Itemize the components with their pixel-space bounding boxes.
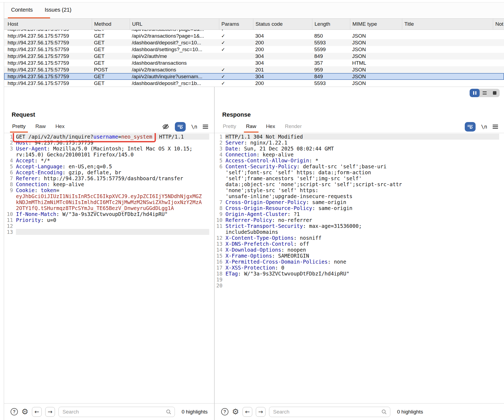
column-header[interactable]: Method xyxy=(92,19,130,29)
request-highlights-count: 0 highlights xyxy=(182,409,208,415)
editor-tab-hex[interactable]: Hex xyxy=(266,123,275,133)
request-search-input[interactable] xyxy=(58,407,175,417)
table-row[interactable]: http://94.237.56.175:57759GET/dashboard/… xyxy=(4,60,504,66)
line-number xyxy=(215,181,225,187)
code-line-text xyxy=(16,229,209,235)
column-header[interactable]: URL xyxy=(130,19,219,29)
column-header[interactable]: Not xyxy=(493,19,504,29)
code-line-text xyxy=(225,283,499,288)
column-header[interactable]: Status code xyxy=(253,19,312,29)
column-header[interactable]: Title xyxy=(402,19,493,29)
request-toolbar-icons: \n xyxy=(162,122,208,132)
code-line: 8Connection: keep-alive xyxy=(4,181,214,187)
split-view-button[interactable] xyxy=(480,89,490,97)
code-line: 2Server: nginx/1.22.1 xyxy=(215,140,504,146)
response-editor[interactable]: 1HTTP/1.1 304 Not Modified2Server: nginx… xyxy=(215,133,504,403)
host-cell: http://94.237.56.175:57759 xyxy=(4,80,92,87)
line-number: 4 xyxy=(215,152,225,158)
line-number: 11 xyxy=(4,217,16,223)
table-row-selected[interactable]: http://94.237.56.175:57759GET/api/v2/aut… xyxy=(4,73,504,80)
note-cell xyxy=(493,73,504,80)
column-header[interactable]: Params xyxy=(219,19,253,29)
table-row[interactable]: http://94.237.56.175:57759GET/api/v2/tra… xyxy=(4,30,504,32)
request-editor[interactable]: 1GET /api/v2/auth/inquire?username=neo_s… xyxy=(4,133,214,403)
code-line-text: Strict-Transport-Security: max-age=31536… xyxy=(225,223,499,229)
code-line: 5Access-Control-Allow-Origin: * xyxy=(215,158,504,163)
code-line: 9Cookie: token= xyxy=(4,187,214,193)
line-number: 1 xyxy=(215,134,225,140)
code-line-text: 'unsafe-inline';upgrade-insecure-request… xyxy=(225,193,499,199)
request-footer: ? ⚙ ← → 0 highlights xyxy=(4,403,214,420)
host-cell: http://94.237.56.175:57759 xyxy=(4,39,92,46)
code-line-text: Origin-Agent-Cluster: ?1 xyxy=(225,211,499,217)
mime-cell: JSON xyxy=(350,32,402,39)
code-line-text: 'self';font-src 'self' https: data:;form… xyxy=(225,169,499,175)
length-cell: 959 xyxy=(312,66,350,73)
line-number: 9 xyxy=(215,211,225,217)
clipped-table-row[interactable]: http://94.237.56.175:57759GET/api/v2/tra… xyxy=(4,30,504,32)
layout-segmented-control xyxy=(470,89,500,97)
help-icon[interactable]: ? xyxy=(221,408,228,415)
line-number xyxy=(4,152,16,158)
note-cell xyxy=(493,60,504,66)
editor-tab-pretty[interactable]: Pretty xyxy=(223,123,236,133)
search-prev-button[interactable]: ← xyxy=(243,407,252,417)
pause-updates-button[interactable] xyxy=(470,89,480,97)
line-number xyxy=(4,199,16,205)
code-line-text: rv:145.0) Gecko/20100101 Firefox/145.0 xyxy=(16,152,209,158)
column-header[interactable]: Host xyxy=(4,19,92,29)
url-cell: /api/v2/auth/me xyxy=(130,53,219,60)
code-line: 7Cross-Origin-Opener-Policy: same-origin xyxy=(215,199,504,205)
code-line: 10If-None-Match: W/"3a-9s3ZVCtwvoupDtFDb… xyxy=(4,211,214,217)
table-row[interactable]: http://94.237.56.175:57759GET/dashboard/… xyxy=(4,80,504,87)
column-header[interactable]: Length xyxy=(312,19,350,29)
host-cell: http://94.237.56.175:57759 xyxy=(4,73,92,80)
response-search-input[interactable] xyxy=(269,407,390,417)
column-header[interactable]: MIME type xyxy=(350,19,402,29)
mime-cell: JSON xyxy=(350,66,402,73)
table-row[interactable]: http://94.237.56.175:57759POST/api/v2/tr… xyxy=(4,66,504,73)
code-line: 4Connection: keep-alive xyxy=(215,152,504,158)
title-cell xyxy=(402,73,493,80)
code-line-text: Connection: keep-alive xyxy=(225,152,499,158)
editor-menu-icon[interactable] xyxy=(493,124,498,129)
response-title: Response xyxy=(222,111,499,118)
editor-tab-pretty[interactable]: Pretty xyxy=(12,123,26,133)
active-tab-underline xyxy=(10,132,28,133)
newline-toggle-icon[interactable]: \n xyxy=(191,124,197,130)
tab-contents[interactable]: Contents xyxy=(11,7,33,13)
editor-menu-icon[interactable] xyxy=(203,124,208,129)
tab-contents-label: Contents xyxy=(11,7,33,13)
table-row[interactable]: http://94.237.56.175:57759GET/dashboard/… xyxy=(4,39,504,46)
word-wrap-icon[interactable] xyxy=(175,122,186,132)
settings-gear-icon[interactable]: ⚙ xyxy=(232,408,239,416)
note-cell xyxy=(493,66,504,73)
code-line: 5Accept-Language: en-US,en;q=0.5 xyxy=(4,163,214,169)
stop-button[interactable] xyxy=(490,89,500,97)
top-tab-strip: Contents Issues (21) xyxy=(4,2,504,18)
editor-tab-raw[interactable]: Raw xyxy=(35,123,46,133)
search-prev-button[interactable]: ← xyxy=(32,407,42,417)
search-next-button[interactable]: → xyxy=(256,407,266,417)
code-line-text xyxy=(225,277,499,283)
status-cell: 304 xyxy=(253,73,312,80)
line-number: 11 xyxy=(215,223,225,229)
editor-tab-hex[interactable]: Hex xyxy=(55,123,65,133)
word-wrap-icon[interactable] xyxy=(465,122,476,132)
help-icon[interactable]: ? xyxy=(11,408,18,415)
table-row[interactable]: http://94.237.56.175:57759GET/dashboard/… xyxy=(4,46,504,53)
tab-issues[interactable]: Issues (21) xyxy=(45,7,71,13)
method-cell: GET xyxy=(92,30,130,32)
code-line: 'unsafe-inline';upgrade-insecure-request… xyxy=(215,193,504,199)
table-row[interactable]: http://94.237.56.175:57759GET/api/v2/tra… xyxy=(4,32,504,39)
title-cell xyxy=(402,66,493,73)
search-next-button[interactable]: → xyxy=(45,407,55,417)
editor-tab-raw[interactable]: Raw xyxy=(246,123,256,133)
params-check xyxy=(219,60,253,66)
editor-tab-render[interactable]: Render xyxy=(285,123,302,133)
newline-toggle-icon[interactable]: \n xyxy=(481,124,487,130)
annotation-highlight-box: GET /api/v2/auth/inquire?username=neo_sy… xyxy=(13,133,156,142)
hide-response-eye-slash-icon[interactable] xyxy=(162,123,169,130)
table-row[interactable]: http://94.237.56.175:57759GET/api/v2/aut… xyxy=(4,53,504,60)
settings-gear-icon[interactable]: ⚙ xyxy=(21,408,28,416)
